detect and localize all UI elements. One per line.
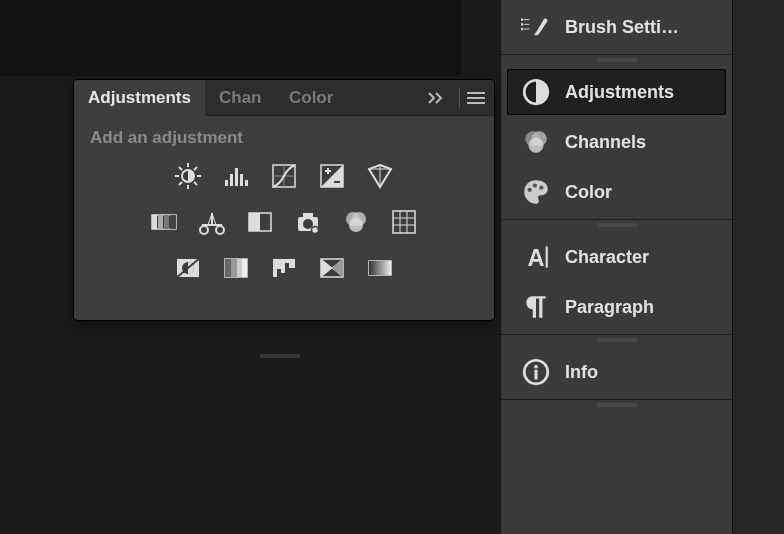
- channel-mixer-icon[interactable]: [342, 208, 370, 236]
- panel-hint: Add an adjustment: [90, 128, 478, 148]
- svg-point-14: [539, 186, 543, 190]
- svg-point-12: [527, 188, 531, 192]
- vibrance-icon[interactable]: [366, 162, 394, 190]
- svg-point-3: [521, 19, 523, 21]
- group-grip[interactable]: [501, 335, 732, 345]
- sidebar-item-info[interactable]: Info: [507, 349, 726, 395]
- svg-rect-41: [240, 174, 243, 186]
- gradient-map-icon[interactable]: [366, 254, 394, 282]
- svg-rect-39: [230, 174, 233, 186]
- svg-point-22: [534, 365, 538, 369]
- selective-color-icon[interactable]: [318, 254, 346, 282]
- threshold-icon[interactable]: [270, 254, 298, 282]
- svg-point-11: [529, 138, 544, 153]
- brightness-contrast-icon[interactable]: [174, 162, 202, 190]
- sidebar-item-character[interactable]: A Character: [507, 234, 726, 280]
- right-gutter: [732, 0, 784, 534]
- exposure-icon[interactable]: [318, 162, 346, 190]
- panel-body: Add an adjustment: [74, 116, 494, 320]
- character-icon: A: [521, 244, 551, 270]
- svg-rect-38: [225, 180, 228, 186]
- brush-icon: [521, 14, 551, 40]
- paragraph-icon: [521, 294, 551, 320]
- svg-point-5: [521, 28, 523, 30]
- canvas-area: [0, 0, 461, 76]
- svg-rect-76: [225, 259, 231, 277]
- hue-saturation-icon[interactable]: [150, 208, 178, 236]
- svg-point-4: [521, 23, 523, 25]
- svg-point-57: [216, 226, 224, 234]
- channels-icon: [521, 129, 551, 155]
- panel-sidebar: Brush Setti… Adjustments Channels Color: [500, 0, 732, 534]
- levels-icon[interactable]: [222, 162, 250, 190]
- group-grip[interactable]: [501, 55, 732, 65]
- photo-filter-icon[interactable]: [294, 208, 322, 236]
- divider: [459, 88, 460, 108]
- sidebar-item-brush-settings[interactable]: Brush Setti…: [507, 4, 726, 50]
- sidebar-item-channels[interactable]: Channels: [507, 119, 726, 165]
- color-lookup-icon[interactable]: [390, 208, 418, 236]
- tab-color[interactable]: Color: [275, 80, 345, 116]
- curves-icon[interactable]: [270, 162, 298, 190]
- tab-adjustments[interactable]: Adjustments: [74, 80, 205, 116]
- collapse-panel-button[interactable]: [425, 86, 449, 110]
- sidebar-item-paragraph[interactable]: Paragraph: [507, 284, 726, 330]
- info-icon: [521, 359, 551, 385]
- svg-rect-23: [534, 370, 537, 380]
- panel-tabbar: Adjustments Chan Color: [74, 80, 494, 116]
- svg-point-63: [312, 227, 319, 234]
- group-grip[interactable]: [501, 220, 732, 230]
- svg-line-37: [194, 167, 197, 170]
- svg-rect-59: [249, 213, 260, 231]
- svg-line-36: [179, 182, 182, 185]
- sidebar-label: Paragraph: [565, 297, 654, 318]
- sidebar-label: Character: [565, 247, 649, 268]
- svg-point-56: [200, 226, 208, 234]
- sidebar-label: Channels: [565, 132, 646, 153]
- svg-rect-42: [245, 180, 248, 186]
- svg-rect-79: [242, 259, 247, 277]
- black-white-icon[interactable]: [246, 208, 274, 236]
- posterize-icon[interactable]: [222, 254, 250, 282]
- svg-rect-83: [369, 261, 391, 275]
- svg-rect-78: [237, 259, 242, 277]
- sidebar-label: Adjustments: [565, 82, 674, 103]
- svg-rect-40: [235, 168, 238, 186]
- sidebar-item-color[interactable]: Color: [507, 169, 726, 215]
- panel-menu-button[interactable]: [464, 86, 488, 110]
- sidebar-label: Info: [565, 362, 598, 383]
- svg-point-66: [349, 218, 363, 232]
- svg-text:A: A: [527, 245, 544, 271]
- svg-rect-54: [170, 215, 176, 229]
- color-balance-icon[interactable]: [198, 208, 226, 236]
- svg-rect-61: [303, 213, 313, 218]
- svg-rect-52: [158, 215, 163, 229]
- svg-rect-53: [164, 215, 169, 229]
- tab-channels[interactable]: Chan: [205, 80, 275, 116]
- color-icon: [521, 179, 551, 205]
- svg-rect-77: [231, 259, 237, 277]
- svg-rect-67: [393, 211, 415, 233]
- adjustments-icon: [521, 79, 551, 105]
- svg-line-34: [179, 167, 182, 170]
- svg-point-62: [303, 219, 313, 229]
- invert-icon[interactable]: [174, 254, 202, 282]
- adjustments-panel: Adjustments Chan Color Add an adjustment: [74, 80, 494, 320]
- sidebar-item-adjustments[interactable]: Adjustments: [507, 69, 726, 115]
- sidebar-label: Color: [565, 182, 612, 203]
- group-grip[interactable]: [501, 400, 732, 410]
- svg-point-13: [533, 183, 537, 187]
- panel-resize-grip[interactable]: [240, 345, 320, 353]
- svg-rect-51: [152, 215, 157, 229]
- svg-line-35: [194, 182, 197, 185]
- sidebar-label: Brush Setti…: [565, 17, 679, 38]
